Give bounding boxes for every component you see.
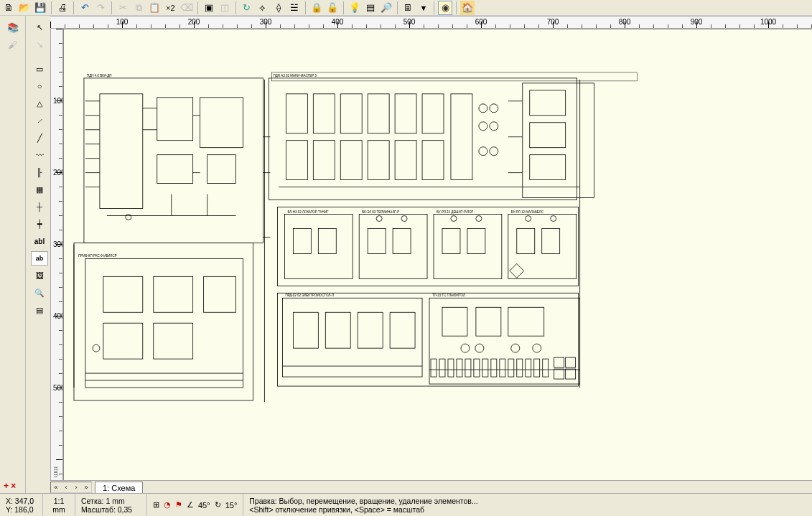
svg-point-60	[93, 344, 100, 352]
dim-v-tool-icon[interactable]: ┿	[31, 217, 48, 231]
page-dropdown-icon[interactable]: ▼	[417, 1, 431, 15]
home-icon[interactable]: 🏠	[460, 1, 475, 15]
svg-rect-43	[442, 228, 460, 253]
open-file-icon[interactable]: 📂	[17, 1, 32, 15]
misc-tool-icon[interactable]: ▤	[31, 303, 48, 317]
svg-rect-81	[491, 359, 497, 377]
toolbar-btn-b[interactable]: ⟠	[271, 1, 286, 15]
svg-point-47	[376, 216, 382, 222]
paste-icon[interactable]: 📋	[147, 1, 162, 15]
ellipse-tool-icon[interactable]: ○	[31, 79, 48, 93]
door-tool-icon[interactable]: ╟	[31, 165, 48, 179]
rotate-snap-icon[interactable]: ↻	[215, 500, 221, 510]
tab-next-icon[interactable]: ›	[71, 482, 81, 492]
angle-snap-icon[interactable]: ∠	[187, 500, 194, 510]
lock-icon[interactable]: 🔒	[309, 1, 324, 15]
page-tab-1[interactable]: 1: Схема	[95, 482, 143, 493]
zoom-fit-icon[interactable]: ◉	[438, 1, 452, 15]
svg-rect-65	[358, 312, 383, 348]
tab-prev-icon[interactable]: ‹	[61, 482, 71, 492]
save-file-icon[interactable]: 💾	[33, 1, 47, 15]
brush-icon[interactable]: 🖌	[6, 37, 20, 52]
svg-rect-38	[508, 215, 577, 279]
rect-tool-icon[interactable]: ▭	[31, 62, 48, 76]
svg-rect-5	[523, 83, 594, 198]
tab-last-icon[interactable]: »	[81, 482, 91, 492]
text-tool-icon[interactable]: abl	[31, 234, 48, 248]
svg-rect-56	[154, 276, 193, 312]
svg-rect-59	[154, 323, 193, 359]
svg-rect-63	[293, 312, 318, 348]
svg-rect-36	[359, 215, 427, 279]
refresh-icon[interactable]: ↻	[240, 1, 254, 15]
svg-point-26	[479, 104, 487, 113]
svg-rect-9	[200, 98, 243, 148]
pan-cursor-icon[interactable]: ↘	[31, 37, 48, 52]
redo-icon[interactable]: ↷	[93, 1, 108, 15]
svg-point-49	[451, 216, 457, 222]
tab-first-icon[interactable]: «	[51, 482, 61, 492]
paste-x2-button[interactable]: ×2	[163, 1, 178, 15]
ungroup-icon[interactable]: ◫	[218, 1, 232, 15]
side-panel-close-icon[interactable]: + ×	[4, 481, 16, 491]
endpoint-snap-icon[interactable]: ◔	[164, 500, 171, 510]
new-file-icon[interactable]: 🗎	[1, 1, 16, 15]
svg-rect-11	[207, 155, 236, 184]
svg-point-12	[126, 215, 131, 220]
delete-icon[interactable]: ⌫	[179, 1, 194, 15]
svg-point-70	[461, 344, 470, 352]
page-icon[interactable]: 🗏	[401, 1, 416, 15]
svg-text:ПДН 4.0 ВКА-ДП: ПДН 4.0 ВКА-ДП	[87, 74, 112, 78]
tool-palette: ↖ ↘ ▭ ○ △ ⟋ ╱ 〰 ╟ ▦ ┼ ┿ abl ab 🖼 🔍 ▤	[29, 16, 50, 493]
print-icon[interactable]: 🖨	[55, 1, 70, 15]
tab-scroll-buttons: « ‹ › »	[50, 482, 92, 493]
arc-tool-icon[interactable]: △	[31, 96, 48, 111]
dim-h-tool-icon[interactable]: ┼	[31, 200, 48, 214]
hatch-tool-icon[interactable]: ▦	[31, 182, 48, 197]
group-icon[interactable]: ▣	[202, 1, 216, 15]
drawing-canvas[interactable]: ПДН 4.0 ВКА-ДП ПДН А3 02 МАНИ-МАСТЕР 5 П…	[63, 29, 812, 480]
svg-rect-79	[474, 359, 480, 377]
toolbar-btn-a[interactable]: ⟡	[256, 1, 270, 15]
svg-rect-2	[269, 78, 577, 200]
svg-point-50	[476, 216, 482, 222]
svg-rect-22	[368, 141, 389, 180]
svg-rect-90	[554, 369, 564, 379]
svg-rect-16	[368, 94, 389, 133]
text-box-tool-icon[interactable]: ab	[31, 251, 48, 266]
snap-angle-15: 15°	[225, 501, 238, 510]
line-tool-icon[interactable]: ╱	[31, 131, 48, 145]
grid-snap-icon[interactable]: ⊞	[153, 500, 159, 510]
select-cursor-icon[interactable]: ↖	[31, 20, 48, 34]
undo-icon[interactable]: ↶	[78, 1, 92, 15]
cut-icon[interactable]: ✂	[116, 1, 130, 15]
find-icon[interactable]: 🔎	[379, 1, 393, 15]
svg-point-27	[490, 104, 498, 113]
drawing-page[interactable]: ПДН 4.0 ВКА-ДП ПДН А3 02 МАНИ-МАСТЕР 5 П…	[63, 29, 812, 480]
svg-rect-14	[313, 94, 335, 133]
svg-rect-67	[442, 307, 467, 336]
ortho-snap-icon[interactable]: ⚑	[175, 500, 182, 510]
svg-point-71	[475, 344, 484, 352]
svg-text:БУ-РЛ 22 ДЕШИТ-Р/ЛСР: БУ-РЛ 22 ДЕШИТ-Р/ЛСР	[437, 210, 473, 214]
spline-tool-icon[interactable]: 〰	[31, 148, 48, 162]
idea-icon[interactable]: 💡	[347, 1, 362, 15]
image-tool-icon[interactable]: 🖼	[31, 268, 48, 283]
svg-rect-34	[530, 155, 566, 180]
books-icon[interactable]: 📚	[6, 20, 20, 34]
svg-rect-19	[286, 141, 307, 180]
toolbar-btn-c[interactable]: ☱	[287, 1, 302, 15]
zoom-tool-icon[interactable]: 🔍	[31, 286, 48, 300]
unlock-icon[interactable]: 🔓	[325, 1, 340, 15]
status-grid-scale: Сетка: 1 mm Масштаб: 0,35	[75, 494, 147, 516]
svg-rect-23	[395, 141, 416, 180]
svg-rect-77	[457, 359, 462, 377]
layers-icon[interactable]: ▤	[363, 1, 378, 15]
svg-rect-66	[390, 312, 415, 348]
copy-icon[interactable]: ⧉	[131, 1, 146, 15]
svg-text:БЛ-Н3 02 ЛОКАТОР ТУНИГ: БЛ-Н3 02 ЛОКАТОР ТУНИГ	[287, 210, 329, 214]
svg-rect-39	[293, 228, 311, 253]
svg-rect-61	[282, 298, 422, 377]
svg-rect-68	[476, 307, 501, 336]
polyline-tool-icon[interactable]: ⟋	[31, 113, 48, 128]
